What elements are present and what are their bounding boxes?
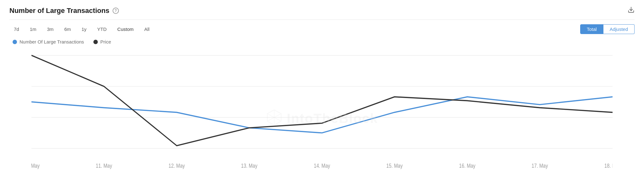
help-icon[interactable]: ? xyxy=(113,8,119,14)
time-filters: 7d 1m 3m 6m 1y YTD Custom All xyxy=(9,25,154,33)
legend-label-transactions: Number Of Large Transactions xyxy=(19,39,84,44)
svg-text:15. May: 15. May xyxy=(386,162,403,169)
time-btn-all[interactable]: All xyxy=(140,25,154,33)
toggle-adjusted[interactable]: Adjusted xyxy=(603,24,635,34)
controls-row: 7d 1m 3m 6m 1y YTD Custom All Total Adju… xyxy=(9,24,635,34)
time-btn-ytd[interactable]: YTD xyxy=(93,25,111,33)
header-row: Number of Large Transactions ? xyxy=(9,6,635,20)
time-btn-6m[interactable]: 6m xyxy=(60,25,75,33)
title-area: Number of Large Transactions ? xyxy=(9,7,119,15)
svg-text:10. May: 10. May xyxy=(31,162,40,169)
svg-text:12. May: 12. May xyxy=(169,162,185,169)
svg-text:17. May: 17. May xyxy=(532,162,548,169)
page-title: Number of Large Transactions xyxy=(9,7,109,15)
legend-item-transactions: Number Of Large Transactions xyxy=(13,39,84,44)
legend-label-price: Price xyxy=(100,39,111,44)
price-line xyxy=(31,55,613,146)
chart-area: IntoTheBlock 20k txs 16k txs 12k txs 8k … xyxy=(9,48,635,189)
toggle-total[interactable]: Total xyxy=(580,24,603,34)
svg-text:16. May: 16. May xyxy=(459,162,475,169)
legend-item-price: Price xyxy=(93,39,111,44)
time-btn-1m[interactable]: 1m xyxy=(25,25,41,33)
time-btn-custom[interactable]: Custom xyxy=(113,25,138,33)
chart-svg: 20k txs 16k txs 12k txs 8k txs $27,592 $… xyxy=(31,48,613,179)
svg-text:14. May: 14. May xyxy=(314,162,330,169)
time-btn-1y[interactable]: 1y xyxy=(77,25,91,33)
view-toggle: Total Adjusted xyxy=(580,24,635,34)
download-icon[interactable] xyxy=(628,6,635,15)
legend-row: Number Of Large Transactions Price xyxy=(9,39,635,44)
svg-text:11. May: 11. May xyxy=(96,162,112,169)
time-btn-3m[interactable]: 3m xyxy=(43,25,58,33)
transactions-line xyxy=(31,97,613,133)
time-btn-7d[interactable]: 7d xyxy=(9,25,24,33)
legend-dot-price xyxy=(93,40,98,44)
svg-text:13. May: 13. May xyxy=(241,162,258,169)
svg-text:18. May: 18. May xyxy=(604,162,613,169)
legend-dot-transactions xyxy=(13,40,17,44)
